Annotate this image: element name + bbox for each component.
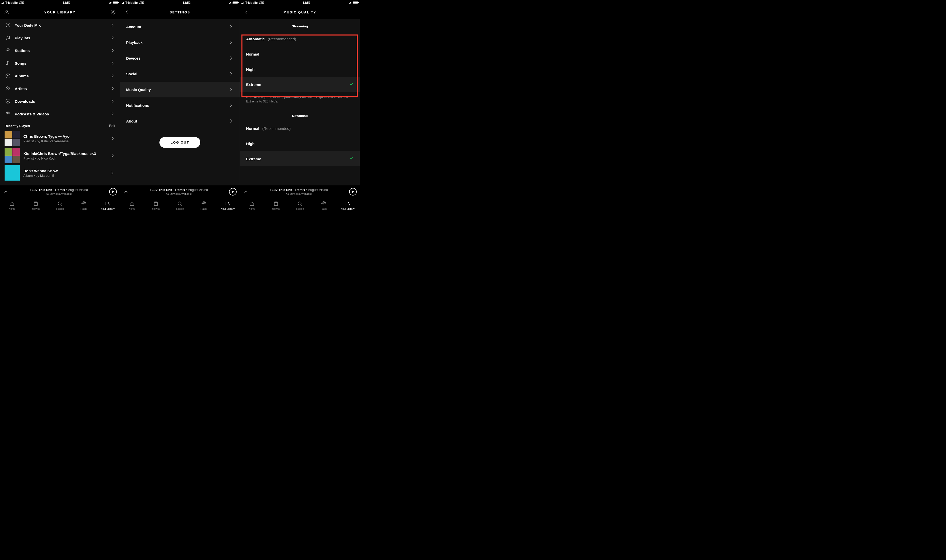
download-header: Download bbox=[240, 104, 360, 121]
tab-browse[interactable]: Browse bbox=[264, 198, 288, 213]
tab-your-library[interactable]: Your Library bbox=[336, 198, 360, 213]
tab-home[interactable]: Home bbox=[0, 198, 24, 213]
library-row-artists[interactable]: Artists bbox=[0, 82, 120, 95]
download-icon bbox=[5, 98, 11, 104]
settings-row-notifications[interactable]: Notifications bbox=[120, 97, 240, 113]
quality-option-high[interactable]: High bbox=[240, 136, 360, 151]
chevron-right-icon bbox=[228, 87, 234, 92]
tab-icon bbox=[177, 201, 182, 206]
now-playing-bar[interactable]: I Luv This Shit - Remix • August Alsina … bbox=[120, 185, 240, 198]
recent-item[interactable]: Chris Brown, Tyga — AyoPlaylist • by Kal… bbox=[0, 130, 120, 147]
album-art bbox=[5, 165, 20, 181]
library-row-playlists[interactable]: Playlists bbox=[0, 31, 120, 44]
tab-label: Browse bbox=[32, 208, 40, 210]
tab-search[interactable]: Search bbox=[168, 198, 192, 213]
devices-available[interactable]: Devices Available bbox=[9, 192, 109, 195]
tab-browse[interactable]: Browse bbox=[24, 198, 48, 213]
recent-item[interactable]: Kid Ink/Chris Brown/Tyga/Blackmusic<3Pla… bbox=[0, 147, 120, 165]
tab-label: Your Library bbox=[101, 208, 115, 210]
devices-icon bbox=[286, 192, 289, 195]
settings-button[interactable] bbox=[108, 6, 119, 19]
rotation-lock-icon: ⟳ bbox=[109, 1, 111, 5]
play-button[interactable] bbox=[349, 188, 357, 195]
streaming-header: Streaming bbox=[240, 19, 360, 31]
settings-row-playback[interactable]: Playback bbox=[120, 34, 240, 50]
quality-option-extreme[interactable]: Extreme bbox=[240, 77, 360, 92]
chevron-right-icon bbox=[110, 48, 115, 53]
status-bar: T-Mobile LTE 13:52 ⟳ bbox=[120, 0, 240, 6]
settings-row-social[interactable]: Social bbox=[120, 66, 240, 82]
library-row-your-daily-mix[interactable]: Your Daily Mix bbox=[0, 19, 120, 31]
chevron-right-icon bbox=[228, 71, 234, 77]
play-button[interactable] bbox=[109, 188, 117, 195]
row-label: Podcasts & Videos bbox=[15, 112, 110, 116]
tab-icon bbox=[273, 201, 279, 206]
settings-row-account[interactable]: Account bbox=[120, 19, 240, 34]
option-label: Automatic bbox=[246, 37, 265, 41]
tab-label: Radio bbox=[320, 208, 327, 210]
tab-your-library[interactable]: Your Library bbox=[216, 198, 240, 213]
svg-rect-20 bbox=[154, 202, 158, 205]
logout-button[interactable]: LOG OUT bbox=[159, 137, 200, 148]
now-playing-bar[interactable]: I Luv This Shit - Remix • August Alsina … bbox=[240, 185, 360, 198]
quality-option-normal[interactable]: Normal(Recommended) bbox=[240, 121, 360, 136]
tab-bar: HomeBrowseSearchRadioYour Library bbox=[120, 198, 240, 213]
now-playing-bar[interactable]: I Luv This Shit - Remix • August Alsina … bbox=[0, 185, 120, 198]
row-label: Artists bbox=[15, 86, 110, 91]
svg-point-1 bbox=[113, 11, 114, 13]
carrier-label: T-Mobile bbox=[5, 1, 18, 5]
recent-title: Don't Wanna Know bbox=[23, 169, 110, 173]
recent-item[interactable]: Don't Wanna KnowAlbum • by Maroon 5 bbox=[0, 165, 120, 182]
quality-option-normal[interactable]: Normal bbox=[240, 46, 360, 62]
network-label: LTE bbox=[19, 1, 25, 5]
tab-your-library[interactable]: Your Library bbox=[96, 198, 120, 213]
quality-option-high[interactable]: High bbox=[240, 62, 360, 77]
tab-label: Home bbox=[128, 208, 135, 210]
library-row-downloads[interactable]: Downloads bbox=[0, 95, 120, 108]
settings-row-devices[interactable]: Devices bbox=[120, 50, 240, 66]
tab-search[interactable]: Search bbox=[288, 198, 312, 213]
tab-icon bbox=[225, 201, 230, 206]
settings-row-music-quality[interactable]: Music Quality bbox=[120, 82, 240, 97]
quality-option-automatic[interactable]: Automatic(Recommended) bbox=[240, 31, 360, 46]
tab-home[interactable]: Home bbox=[120, 198, 144, 213]
library-row-stations[interactable]: Stations bbox=[0, 44, 120, 57]
svg-point-12 bbox=[7, 113, 8, 114]
settings-row-about[interactable]: About bbox=[120, 113, 240, 129]
chevron-right-icon bbox=[228, 55, 234, 61]
tab-search[interactable]: Search bbox=[48, 198, 72, 213]
quality-option-extreme[interactable]: Extreme bbox=[240, 151, 360, 166]
svg-point-26 bbox=[298, 202, 301, 205]
back-button[interactable] bbox=[241, 6, 252, 19]
rotation-lock-icon: ⟳ bbox=[229, 1, 231, 5]
row-label: Your Daily Mix bbox=[15, 23, 110, 28]
signal-icon bbox=[241, 2, 244, 4]
status-bar: T-Mobile LTE 13:52 ⟳ bbox=[0, 0, 120, 6]
devices-icon bbox=[166, 192, 169, 195]
chevron-up-icon bbox=[3, 189, 9, 195]
play-button[interactable] bbox=[229, 188, 237, 195]
tab-radio[interactable]: Radio bbox=[312, 198, 336, 213]
tab-home[interactable]: Home bbox=[240, 198, 264, 213]
tab-radio[interactable]: Radio bbox=[72, 198, 96, 213]
devices-icon bbox=[46, 192, 49, 195]
tab-label: Browse bbox=[272, 208, 280, 210]
clock-label: 13:52 bbox=[63, 1, 71, 5]
profile-button[interactable] bbox=[1, 6, 12, 19]
back-button[interactable] bbox=[121, 6, 132, 19]
svg-point-10 bbox=[9, 88, 10, 89]
panel-your-library: T-Mobile LTE 13:52 ⟳ YOUR LIBRARY Your D… bbox=[0, 0, 120, 213]
chevron-right-icon bbox=[110, 136, 115, 141]
library-row-albums[interactable]: Albums bbox=[0, 69, 120, 82]
status-bar: T-Mobile LTE 13:53 ⟳ bbox=[240, 0, 360, 6]
tab-radio[interactable]: Radio bbox=[192, 198, 216, 213]
recent-title: Chris Brown, Tyga — Ayo bbox=[23, 134, 110, 138]
nav-header: SETTINGS bbox=[120, 6, 240, 19]
tab-browse[interactable]: Browse bbox=[144, 198, 168, 213]
library-row-songs[interactable]: Songs bbox=[0, 57, 120, 69]
chevron-right-icon bbox=[228, 103, 234, 108]
library-row-podcasts-videos[interactable]: Podcasts & Videos bbox=[0, 108, 120, 120]
chevron-right-icon bbox=[110, 86, 115, 91]
tab-icon bbox=[249, 201, 255, 206]
edit-button[interactable]: Edit bbox=[109, 124, 115, 128]
